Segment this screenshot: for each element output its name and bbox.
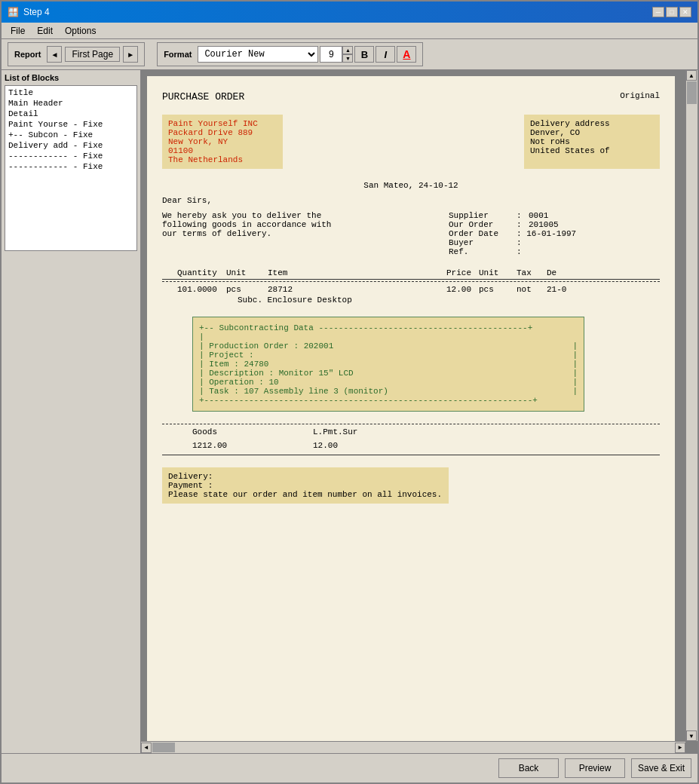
sidebar-item-main-header[interactable]: Main Header [7,98,135,109]
maximize-button[interactable]: □ [666,7,678,17]
col-price-header: Price [403,268,479,277]
totals-divider-bottom [162,455,660,455]
field-order-label: Our Order [449,220,517,229]
color-a-icon: A [403,48,410,60]
sidebar-item-title[interactable]: Title [7,87,135,98]
subcon-bottom: +---------------------------------------… [199,396,578,405]
field-buyer-label: Buyer [449,238,517,247]
menu-file[interactable]: File [5,24,31,38]
sidebar-item-delivery-add[interactable]: Delivery add - Fixe [7,140,135,151]
scroll-left-button[interactable]: ◄ [141,743,152,753]
row-de: 21-0 [547,285,566,294]
delivery-line-3: Not roHs [530,137,654,146]
subcon-desc-label: Description [209,369,264,378]
save-exit-button[interactable]: Save & Exit [631,758,691,778]
menu-edit[interactable]: Edit [31,24,59,38]
col-unit2-header: Unit [479,268,517,277]
bold-button[interactable]: B [354,46,374,63]
footer-payment: Payment : [168,481,443,490]
col-unit-header: Unit [226,268,268,277]
color-button[interactable]: A [397,46,416,63]
horizontal-scrollbar[interactable]: ◄ ► [141,741,685,753]
field-buyer: Buyer : [449,238,660,247]
subcon-item-colon: : [234,360,239,369]
minimize-button[interactable]: ─ [652,7,664,17]
subcon-prod-label: Production Order [209,341,289,351]
subcon-pipe-1: | [199,332,578,341]
intro-line-3: our terms of delivery. [162,229,449,238]
row-quantity: 101.0000 [162,285,226,294]
font-size-down-button[interactable]: ▼ [342,54,353,63]
delivery-line-4: United States of [530,146,654,155]
sender-line-5: The Netherlands [168,155,277,164]
close-button[interactable]: ✕ [679,7,691,17]
subcon-item-value: 24780 [244,360,268,369]
bottom-bar: Back Preview Save & Exit [2,753,697,782]
field-order-colon: : [517,220,529,229]
field-order: Our Order : 201005 [449,220,660,229]
col-quantity-header: Quantity [162,268,226,277]
intro-text: We hereby ask you to deliver the followi… [162,211,449,256]
italic-button[interactable]: I [376,46,395,63]
subcon-task-label: Task [209,387,228,396]
sender-line-3: New York, NY [168,137,277,146]
original-label: Original [620,91,660,103]
preview-area[interactable]: ▲ ▼ ◄ ► PURCHASE ORDER Original [141,70,697,753]
intro-fields-section: We hereby ask you to deliver the followi… [162,211,660,256]
title-icon: 🪟 [8,7,19,17]
scroll-down-button[interactable]: ▼ [686,730,697,741]
field-ref-label: Ref. [449,247,517,256]
sidebar-item-dashes-1[interactable]: ------------ - Fixe [7,151,135,161]
font-name-select[interactable]: Courier New Arial Times New Roman [198,46,318,63]
delivery-line-1: Delivery address [530,119,654,128]
goods-label: Goods [162,427,313,436]
field-date: Order Date : 16-01-1997 [449,229,660,238]
field-buyer-colon: : [517,238,529,247]
preview-button[interactable]: Preview [565,758,625,778]
title-bar-text: 🪟 Step 4 [8,7,50,17]
doc-salutation: Dear Sirs, [162,196,660,205]
purchase-order-title: PURCHASE ORDER [162,91,244,103]
surcharge-value: 12.00 [313,441,464,450]
doc-header: PURCHASE ORDER Original [162,91,660,103]
menu-options[interactable]: Options [59,24,102,38]
doc-date: San Mateo, 24-10-12 [162,181,660,190]
intro-line-1: We hereby ask you to deliver the [162,211,449,220]
sidebar-item-paint-yourse[interactable]: Paint Yourse - Fixe [7,119,135,130]
subcon-project-label: Project [209,351,244,360]
subcon-row-6: | Task : 107 Assembly line 3 (monitor) | [199,387,578,396]
subcon-op-value: 10 [268,378,278,387]
subcon-row-3: | Item : 24780 | [199,360,578,369]
row-unit2: pcs [479,285,517,294]
first-page-button[interactable]: First Page [65,47,120,62]
vertical-scrollbar[interactable]: ▲ ▼ [685,70,697,741]
sidebar-list[interactable]: Title Main Header Detail Paint Yourse - … [5,85,137,251]
font-size-arrows: ▲ ▼ [342,46,353,63]
row-tax: not [517,285,547,294]
prev-page-button[interactable]: ◄ [47,46,62,63]
scroll-up-button[interactable]: ▲ [686,70,697,81]
menu-bar: File Edit Options [2,23,697,39]
field-supplier: Supplier : 0001 [449,211,660,220]
font-size-input[interactable] [320,46,342,63]
sender-line-2: Packard Drive 889 [168,128,277,137]
scroll-thumb-v [687,81,697,104]
sidebar-item-dashes-2[interactable]: ------------ - Fixe [7,161,135,172]
totals-values-row: 1212.00 12.00 [162,439,660,452]
back-button[interactable]: Back [498,758,559,778]
doc-fields: Supplier : 0001 Our Order : 201005 Order… [449,211,660,256]
main-window: 🪟 Step 4 ─ □ ✕ File Edit Options Report … [0,0,699,784]
footer-note: Please state our order and item number o… [168,490,443,499]
delivery-address-block: Delivery address Denver, CO Not roHs Uni… [524,115,660,169]
subcon-row-2: | Project : | [199,351,578,360]
footer-section: Delivery: Payment : Please state our ord… [162,461,660,504]
field-supplier-value: 0001 [529,211,548,220]
scroll-right-button[interactable]: ► [675,743,685,753]
sidebar-item-detail[interactable]: Detail [7,109,135,119]
sidebar-item-subcon[interactable]: +-- Subcon - Fixe [7,130,135,140]
next-page-button[interactable]: ► [123,46,138,63]
col-de-header: De [547,268,556,277]
subcon-row-5: | Operation : 10 | [199,378,578,387]
font-size-up-button[interactable]: ▲ [342,46,353,54]
subcon-prod-value: 202001 [304,341,334,351]
